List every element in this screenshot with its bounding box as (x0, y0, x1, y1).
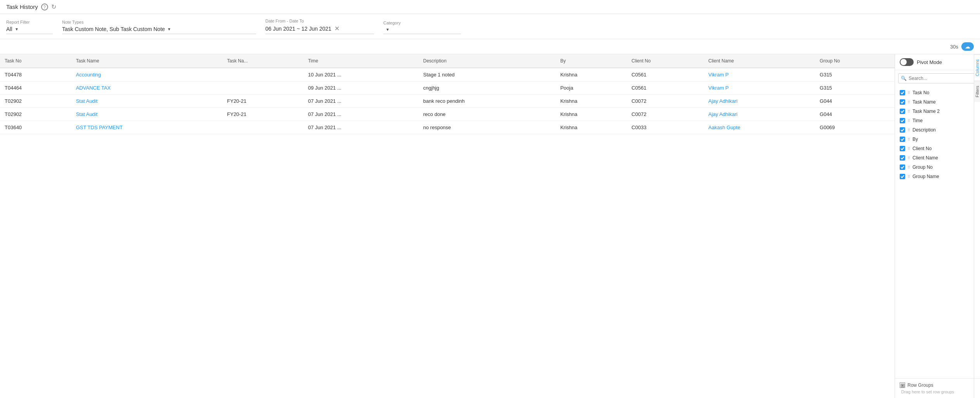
report-filter-group: Report Filter All ▾ (6, 20, 53, 34)
cell-description: bank reco pendinh (419, 95, 556, 108)
column-search-input[interactable] (898, 73, 977, 83)
row-groups-header: ⊞ Row Groups (900, 382, 975, 388)
search-icon: 🔍 (901, 76, 907, 81)
cell-task-name2: FY20-21 (222, 95, 303, 108)
column-checkbox (900, 99, 905, 105)
cell-time: 07 Jun 2021 ... (303, 108, 419, 121)
category-select[interactable]: ▾ (383, 27, 461, 34)
drag-handle-icon: ⠿ (907, 91, 910, 95)
cell-task-name[interactable]: Stat Audit (71, 108, 223, 121)
column-label: Task Name 2 (912, 109, 940, 114)
help-icon[interactable]: ? (41, 3, 48, 10)
drag-handle-icon: ⠿ (907, 119, 910, 123)
column-item[interactable]: ⠿Description (895, 125, 980, 135)
column-checkbox (900, 127, 905, 133)
col-header-task-name[interactable]: Task Name (71, 54, 223, 68)
table-row: T02902Stat AuditFY20-2107 Jun 2021 ...re… (0, 108, 895, 121)
main-content: Task No Task Name Task Na... Time Descri… (0, 54, 980, 398)
cell-task-name[interactable]: GST TDS PAYMENT (71, 121, 223, 134)
column-search-box: 🔍 (898, 73, 977, 83)
cell-client-name[interactable]: Aakash Gupte (704, 121, 815, 134)
row-groups-label: Row Groups (907, 382, 933, 388)
col-header-group-no[interactable]: Group No (815, 54, 895, 68)
drag-handle-icon: ⠿ (907, 175, 910, 179)
date-range-clear-icon[interactable]: ✕ (334, 25, 339, 32)
column-checkbox (900, 174, 905, 179)
sync-cloud-icon[interactable]: ☁ (961, 42, 974, 51)
cell-client-name[interactable]: Ajay Adhikari (704, 95, 815, 108)
right-panel: Pivot Mode 🔍 ⠿Task No⠿Task Name⠿Task Nam… (895, 54, 980, 398)
col-header-description[interactable]: Description (419, 54, 556, 68)
column-label: Client No (912, 146, 932, 151)
cell-task-name2 (222, 68, 303, 81)
report-filter-select[interactable]: All ▾ (6, 26, 53, 34)
data-table-area: Task No Task Name Task Na... Time Descri… (0, 54, 895, 398)
column-item[interactable]: ⠿Client No (895, 144, 980, 153)
tab-columns[interactable]: Columns (974, 54, 980, 81)
report-filter-label: Report Filter (6, 20, 53, 24)
note-types-chevron-icon: ▾ (168, 26, 170, 32)
column-checkbox (900, 90, 905, 95)
drag-handle-icon: ⠿ (907, 137, 910, 142)
column-checkbox (900, 137, 905, 142)
pivot-mode-toggle[interactable] (900, 58, 914, 66)
col-header-time[interactable]: Time (303, 54, 419, 68)
cell-time: 09 Jun 2021 ... (303, 81, 419, 95)
tab-filters[interactable]: Filters (974, 81, 980, 102)
col-header-task-no[interactable]: Task No (0, 54, 71, 68)
cell-task-name[interactable]: ADVANCE TAX (71, 81, 223, 95)
cell-client-no: C0072 (627, 95, 704, 108)
column-item[interactable]: ⠿Task No (895, 88, 980, 97)
col-header-client-name[interactable]: Client Name (704, 54, 815, 68)
cell-task-name[interactable]: Accounting (71, 68, 223, 81)
column-item[interactable]: ⠿Task Name 2 (895, 107, 980, 116)
date-range-value: 06 Jun 2021 ~ 12 Jun 2021 (265, 26, 331, 32)
cell-task-name[interactable]: Stat Audit (71, 95, 223, 108)
column-label: Client Name (912, 155, 938, 161)
cell-task-name2 (222, 121, 303, 134)
cell-client-no: C0561 (627, 68, 704, 81)
task-history-table: Task No Task Name Task Na... Time Descri… (0, 54, 895, 134)
cell-client-name[interactable]: Vikram P (704, 68, 815, 81)
drag-handle-icon: ⠿ (907, 156, 910, 160)
drag-handle-icon: ⠿ (907, 100, 910, 104)
cell-description: Stage 1 noted (419, 68, 556, 81)
cell-task-name2: FY20-21 (222, 108, 303, 121)
cell-client-no: C0033 (627, 121, 704, 134)
column-item[interactable]: ⠿Group No (895, 163, 980, 172)
cell-description: reco done (419, 108, 556, 121)
column-label: Group Name (912, 174, 939, 179)
row-groups-icon: ⊞ (900, 382, 905, 388)
pivot-mode-label: Pivot Mode (917, 59, 942, 65)
date-range-select[interactable]: 06 Jun 2021 ~ 12 Jun 2021 ✕ (265, 25, 374, 34)
cell-task-no: T03640 (0, 121, 71, 134)
table-row: T04478Accounting10 Jun 2021 ...Stage 1 n… (0, 68, 895, 81)
report-filter-value: All (6, 26, 12, 32)
cell-client-no: C0561 (627, 81, 704, 95)
note-types-select[interactable]: Task Custom Note, Sub Task Custom Note ▾ (62, 26, 256, 34)
column-item[interactable]: ⠿Client Name (895, 153, 980, 163)
column-item[interactable]: ⠿Task Name (895, 97, 980, 107)
cell-task-no: T02902 (0, 108, 71, 121)
note-types-label: Note Types (62, 20, 256, 24)
col-header-by[interactable]: By (556, 54, 627, 68)
cell-description: no response (419, 121, 556, 134)
column-item[interactable]: ⠿Time (895, 116, 980, 125)
refresh-icon[interactable]: ↻ (51, 3, 56, 10)
cell-client-name[interactable]: Vikram P (704, 81, 815, 95)
column-checkbox (900, 146, 905, 151)
column-item[interactable]: ⠿Group Name (895, 172, 980, 181)
col-header-task-name2[interactable]: Task Na... (222, 54, 303, 68)
cell-task-no: T02902 (0, 95, 71, 108)
cell-group-no: G315 (815, 68, 895, 81)
col-header-client-no[interactable]: Client No (627, 54, 704, 68)
column-label: Task No (912, 90, 929, 95)
column-item[interactable]: ⠿By (895, 135, 980, 144)
cell-client-name[interactable]: Ajay Adhikari (704, 108, 815, 121)
pivot-mode-row: Pivot Mode (895, 54, 980, 70)
drag-handle-icon: ⠿ (907, 147, 910, 151)
table-row: T04464ADVANCE TAX09 Jun 2021 ...cngjhjgP… (0, 81, 895, 95)
cell-task-no: T04478 (0, 68, 71, 81)
cell-task-no: T04464 (0, 81, 71, 95)
cell-group-no: G044 (815, 95, 895, 108)
